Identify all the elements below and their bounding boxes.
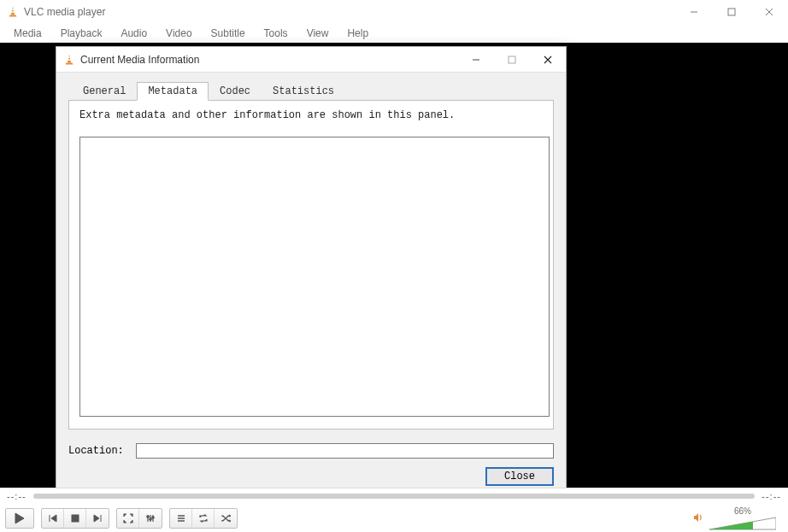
extended-settings-button[interactable] [139,509,162,528]
menu-bar: Media Playback Audio Video Subtitle Tool… [0,24,788,43]
volume-control: 66% [692,506,783,531]
dialog-maximize-button[interactable] [494,47,530,73]
window-minimize-button[interactable] [675,0,713,24]
svg-rect-5 [509,56,515,63]
previous-button[interactable] [42,509,64,528]
transport-group [41,508,109,529]
dialog-titlebar[interactable]: Current Media Information [56,47,566,73]
shuffle-button[interactable] [215,509,237,528]
menu-media[interactable]: Media [5,26,50,41]
dialog-minimize-button[interactable] [458,47,494,73]
svg-point-8 [150,518,151,520]
vlc-cone-icon [7,6,19,18]
svg-rect-6 [72,515,79,522]
playlist-button[interactable] [170,509,192,528]
app-title: VLC media player [24,6,675,18]
window-close-button[interactable] [750,0,788,24]
location-input[interactable] [136,443,554,459]
location-label: Location: [68,445,124,457]
tab-metadata[interactable]: Metadata [137,82,209,101]
control-row: 66% [0,504,788,532]
main-titlebar: VLC media player [0,0,788,24]
volume-percent: 66% [734,506,751,516]
view-group [116,508,162,529]
playlist-group [169,508,238,529]
menu-audio[interactable]: Audio [112,26,156,41]
time-elapsed: --:-- [7,491,26,501]
tab-general[interactable]: General [72,82,137,101]
menu-help[interactable]: Help [338,26,377,41]
speaker-icon[interactable] [692,512,704,526]
volume-slider[interactable] [709,516,776,531]
play-button[interactable] [5,508,34,529]
window-controls [675,0,788,24]
dialog-tabs: General Metadata Codec Statistics [68,82,554,101]
svg-point-7 [147,516,149,517]
tab-panel-metadata: Extra metadata and other information are… [68,100,554,430]
menu-tools[interactable]: Tools [256,26,297,41]
menu-view[interactable]: View [298,26,338,41]
stop-button[interactable] [64,509,86,528]
tab-statistics[interactable]: Statistics [262,82,345,101]
menu-playback[interactable]: Playback [52,26,111,41]
dialog-button-row: Close [68,467,554,486]
svg-point-9 [152,517,154,518]
next-button[interactable] [86,509,109,528]
menu-video[interactable]: Video [157,26,200,41]
seek-row: --:-- --:-- [0,488,788,504]
metadata-hint: Extra metadata and other information are… [79,109,543,121]
seek-slider[interactable] [33,494,756,499]
time-total: --:-- [762,491,781,501]
media-info-dialog: Current Media Information General Metada… [56,46,567,497]
svg-rect-4 [68,59,71,60]
player-controls: --:-- --:-- [0,488,788,532]
vlc-cone-icon [63,54,75,66]
dialog-title: Current Media Information [80,54,458,66]
menu-subtitle[interactable]: Subtitle [203,26,254,41]
loop-button[interactable] [192,509,215,528]
svg-rect-0 [11,9,14,10]
svg-rect-3 [68,56,70,57]
location-row: Location: [68,443,554,459]
metadata-textarea[interactable] [79,137,550,417]
dialog-window-controls [458,47,566,73]
fullscreen-button[interactable] [117,509,139,528]
dialog-body: General Metadata Codec Statistics Extra … [56,73,566,496]
tab-codec[interactable]: Codec [209,82,262,101]
svg-rect-2 [728,9,735,15]
dialog-close-action-button[interactable]: Close [485,467,554,486]
dialog-close-button[interactable] [530,47,566,73]
svg-rect-1 [11,11,15,12]
window-maximize-button[interactable] [713,0,750,24]
